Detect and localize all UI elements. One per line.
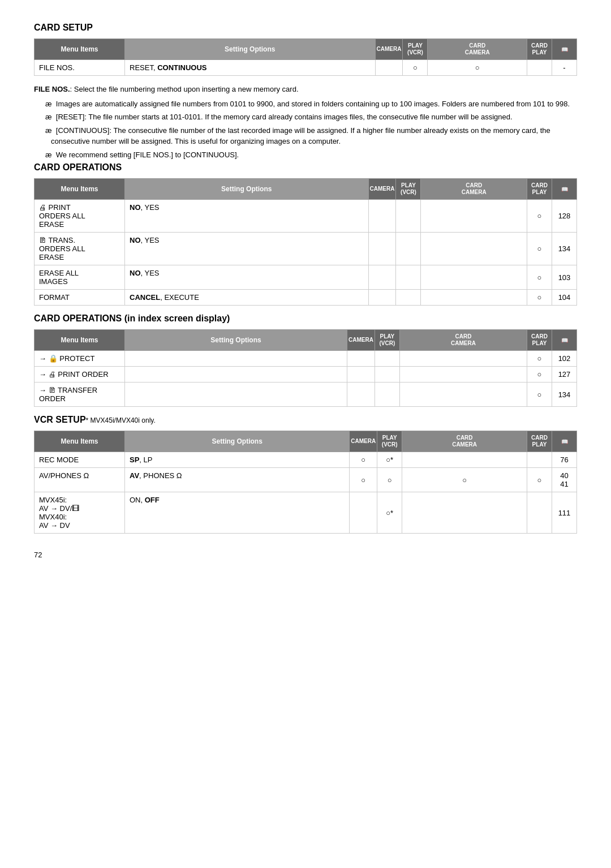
header-setting-options: Setting Options (125, 179, 369, 200)
play-vcr-cell (375, 383, 399, 407)
options-cell: ON, OFF (125, 492, 350, 534)
menu-cell: → 🔒 PROTECT (35, 351, 125, 367)
book-cell: 102 (552, 351, 577, 367)
menu-cell: FILE NOS. (35, 60, 125, 76)
file-nos-note-1: æ Images are automatically assigned file… (40, 98, 577, 110)
header-menu-items: Menu Items (35, 39, 125, 60)
card-setup-section: CARD SETUP Menu Items Setting Options CA… (34, 23, 577, 160)
card-camera-cell (421, 233, 527, 265)
vcr-setup-note: * MVX45i/MVX40i only. (86, 416, 156, 424)
menu-cell: 🖹 TRANS.ORDERS ALLERASE (35, 233, 125, 265)
header-card-play: CARDPLAY (527, 330, 552, 351)
menu-cell: MVX45i:AV → DV/🎞MVX40i:AV → DV (35, 492, 125, 534)
header-camera: CAMERA (350, 431, 377, 452)
header-camera: CAMERA (347, 330, 375, 351)
options-cell (125, 367, 347, 383)
header-card-camera: CARDCAMERA (402, 431, 527, 452)
options-cell (125, 383, 347, 407)
card-camera-cell: ○ (428, 60, 527, 76)
card-camera-cell (399, 351, 527, 367)
card-play-cell: ○ (527, 383, 552, 407)
menu-cell: 🖨 PRINTORDERS ALLERASE (35, 200, 125, 233)
card-camera-cell (402, 452, 527, 468)
header-menu-items: Menu Items (35, 431, 125, 452)
card-camera-cell (421, 265, 527, 290)
camera-cell (347, 351, 375, 367)
menu-cell: FORMAT (35, 290, 125, 306)
header-book: 📖 (552, 179, 577, 200)
card-play-cell: ○ (527, 468, 552, 492)
page-number: 72 (34, 551, 577, 559)
header-book: 📖 (552, 330, 577, 351)
book-cell: 4041 (552, 468, 577, 492)
header-setting-options: Setting Options (125, 39, 376, 60)
vcr-setup-section: VCR SETUP * MVX45i/MVX40i only. Menu Ite… (34, 415, 577, 534)
camera-cell (368, 265, 396, 290)
play-vcr-cell: ○ (403, 60, 428, 76)
play-vcr-cell (375, 367, 399, 383)
card-play-cell: ○ (527, 367, 552, 383)
camera-cell: ○ (350, 468, 377, 492)
options-cell: CANCEL, EXECUTE (125, 290, 369, 306)
header-setting-options: Setting Options (125, 330, 347, 351)
play-vcr-cell: ○* (377, 492, 402, 534)
header-card-play: CARDPLAY (527, 179, 552, 200)
book-cell: 134 (552, 383, 577, 407)
book-cell: 111 (552, 492, 577, 534)
table-row: → 🖹 TRANSFER ORDER ○ 134 (35, 383, 577, 407)
header-card-camera: CARDCAMERA (399, 330, 527, 351)
menu-cell: AV/PHONES Ω (35, 468, 125, 492)
play-vcr-cell (396, 200, 421, 233)
card-play-cell (527, 60, 552, 76)
play-vcr-cell (396, 265, 421, 290)
play-vcr-cell: ○ (377, 468, 402, 492)
header-card-camera: CARDCAMERA (428, 39, 527, 60)
table-row: MVX45i:AV → DV/🎞MVX40i:AV → DV ON, OFF ○… (35, 492, 577, 534)
table-row: REC MODE SP, LP ○ ○* 76 (35, 452, 577, 468)
header-camera: CAMERA (368, 179, 396, 200)
book-cell: 103 (552, 265, 577, 290)
play-vcr-cell: ○* (377, 452, 402, 468)
camera-cell: ○ (350, 452, 377, 468)
table-row: 🖹 TRANS.ORDERS ALLERASE NO, YES ○ 134 (35, 233, 577, 265)
card-play-cell: ○ (527, 265, 552, 290)
table-row: → 🖨 PRINT ORDER ○ 127 (35, 367, 577, 383)
menu-cell: REC MODE (35, 452, 125, 468)
header-play-vcr: PLAY(VCR) (403, 39, 428, 60)
vcr-setup-header-row: VCR SETUP * MVX45i/MVX40i only. (34, 415, 577, 431)
card-camera-cell (421, 200, 527, 233)
card-camera-cell (402, 492, 527, 534)
card-setup-table: Menu Items Setting Options CAMERA PLAY(V… (34, 38, 577, 76)
menu-cell: → 🖨 PRINT ORDER (35, 367, 125, 383)
header-play-vcr: PLAY(VCR) (375, 330, 399, 351)
header-setting-options: Setting Options (125, 431, 350, 452)
book-cell: 76 (552, 452, 577, 468)
header-book: 📖 (552, 39, 577, 60)
play-vcr-cell (375, 351, 399, 367)
table-row: FILE NOS. RESET, CONTINUOUS ○ ○ - (35, 60, 577, 76)
camera-cell (347, 367, 375, 383)
card-operations-table: Menu Items Setting Options CAMERA PLAY(V… (34, 178, 577, 306)
book-cell: - (552, 60, 577, 76)
file-nos-note-3: æ [CONTINUOUS]: The consecutive file num… (40, 125, 577, 147)
menu-cell: → 🖹 TRANSFER ORDER (35, 383, 125, 407)
card-setup-title: CARD SETUP (34, 23, 577, 33)
file-nos-note-4: æ We recommend setting [FILE NOS.] to [C… (40, 149, 577, 161)
header-play-vcr: PLAY(VCR) (377, 431, 402, 452)
card-play-cell (527, 452, 552, 468)
header-play-vcr: PLAY(VCR) (396, 179, 421, 200)
book-cell: 128 (552, 200, 577, 233)
header-card-camera: CARDCAMERA (421, 179, 527, 200)
header-book: 📖 (552, 431, 577, 452)
options-cell: RESET, CONTINUOUS (125, 60, 376, 76)
header-card-play: CARDPLAY (527, 39, 552, 60)
options-cell: AV, PHONES Ω (125, 468, 350, 492)
card-operations-title: CARD OPERATIONS (34, 162, 577, 173)
card-operations-index-table: Menu Items Setting Options CAMERA PLAY(V… (34, 329, 577, 407)
play-vcr-cell (396, 290, 421, 306)
play-vcr-cell (396, 233, 421, 265)
camera-cell (375, 60, 403, 76)
table-row: 🖨 PRINTORDERS ALLERASE NO, YES ○ 128 (35, 200, 577, 233)
header-menu-items: Menu Items (35, 179, 125, 200)
camera-cell (350, 492, 377, 534)
